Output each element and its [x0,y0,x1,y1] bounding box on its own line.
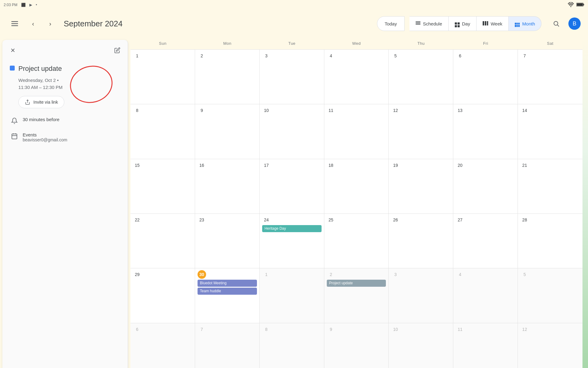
user-avatar[interactable]: B [568,17,581,30]
day-number[interactable]: 1 [262,270,271,279]
calendar-cell[interactable]: 29 [130,268,195,323]
calendar-cell[interactable]: 2Project update [324,268,389,323]
calendar-cell[interactable]: 10 [389,323,453,368]
day-number[interactable]: 6 [456,52,464,60]
calendar-cell[interactable]: 27 [453,214,518,268]
day-number[interactable]: 18 [327,161,335,170]
calendar-cell[interactable]: 7 [195,323,260,368]
day-number[interactable]: 3 [391,270,400,279]
calendar-cell[interactable]: 30Bluedot MeetingTeam huddle [195,268,260,323]
day-number[interactable]: 15 [133,161,141,170]
calendar-cell[interactable]: 9 [195,104,260,159]
day-number[interactable]: 8 [262,325,271,334]
day-number[interactable]: 9 [198,106,206,115]
schedule-button[interactable]: Schedule [409,16,449,31]
day-number[interactable]: 17 [262,161,271,170]
panel-edit-button[interactable] [111,44,123,56]
day-number[interactable]: 4 [456,270,464,279]
day-button[interactable]: Day [449,16,477,31]
day-number[interactable]: 10 [391,325,400,334]
day-number[interactable]: 5 [520,270,529,279]
day-number[interactable]: 12 [391,106,400,115]
day-number[interactable]: 2 [198,52,206,60]
calendar-cell[interactable]: 5 [389,50,453,104]
month-button[interactable]: Month [509,16,541,31]
calendar-cell[interactable]: 24Heritage Day [260,214,324,268]
invite-link-button[interactable]: Invite via link [18,96,64,108]
day-number[interactable]: 8 [133,106,141,115]
calendar-cell[interactable]: 12 [389,104,453,159]
day-number[interactable]: 7 [520,52,529,60]
calendar-cell[interactable]: 1 [260,268,324,323]
day-number[interactable]: 9 [327,325,335,334]
calendar-cell[interactable]: 6 [130,323,195,368]
prev-month-button[interactable]: ‹ [27,17,39,30]
day-number[interactable]: 12 [520,325,529,334]
day-number[interactable]: 16 [198,161,206,170]
calendar-cell[interactable]: 16 [195,159,260,213]
day-number[interactable]: 7 [198,325,206,334]
day-number[interactable]: 24 [262,216,271,224]
day-number[interactable]: 2 [327,270,335,279]
day-number[interactable]: 5 [391,52,400,60]
day-number[interactable]: 13 [456,106,464,115]
calendar-cell[interactable]: 9 [324,323,389,368]
day-number[interactable]: 28 [520,216,529,224]
day-number[interactable]: 30 [198,270,206,279]
calendar-cell[interactable]: 20 [453,159,518,213]
calendar-cell[interactable]: 22 [130,214,195,268]
next-month-button[interactable]: › [44,17,56,30]
day-number[interactable]: 1 [133,52,141,60]
calendar-cell[interactable]: 26 [389,214,453,268]
calendar-cell[interactable]: 1 [130,50,195,104]
calendar-cell[interactable]: 17 [260,159,324,213]
day-number[interactable]: 22 [133,216,141,224]
calendar-cell[interactable]: 7 [518,50,582,104]
calendar-cell[interactable]: 3 [260,50,324,104]
calendar-cell[interactable]: 19 [389,159,453,213]
day-number[interactable]: 23 [198,216,206,224]
calendar-cell[interactable]: 13 [453,104,518,159]
calendar-cell[interactable]: 28 [518,214,582,268]
day-number[interactable]: 25 [327,216,335,224]
search-button[interactable] [549,16,564,31]
calendar-cell[interactable]: 10 [260,104,324,159]
calendar-cell[interactable]: 6 [453,50,518,104]
today-button[interactable]: Today [377,16,405,31]
calendar-cell[interactable]: 21 [518,159,582,213]
day-number[interactable]: 4 [327,52,335,60]
day-number[interactable]: 27 [456,216,464,224]
calendar-cell[interactable]: 3 [389,268,453,323]
day-number[interactable]: 10 [262,106,271,115]
calendar-cell[interactable]: 4 [324,50,389,104]
calendar-cell[interactable]: 18 [324,159,389,213]
event-chip[interactable]: Project update [327,280,386,287]
day-number[interactable]: 20 [456,161,464,170]
calendar-cell[interactable]: 5 [518,268,582,323]
event-chip[interactable]: Bluedot Meeting [198,280,257,287]
calendar-cell[interactable]: 11 [324,104,389,159]
calendar-cell[interactable]: 14 [518,104,582,159]
calendar-cell[interactable]: 2 [195,50,260,104]
day-number[interactable]: 14 [520,106,529,115]
day-number[interactable]: 3 [262,52,271,60]
calendar-cell[interactable]: 15 [130,159,195,213]
event-chip[interactable]: Heritage Day [262,225,322,232]
calendar-cell[interactable]: 25 [324,214,389,268]
event-chip[interactable]: Team huddle [198,288,257,295]
day-number[interactable]: 6 [133,325,141,334]
calendar-cell[interactable]: 8 [260,323,324,368]
day-number[interactable]: 26 [391,216,400,224]
calendar-cell[interactable]: 23 [195,214,260,268]
calendar-cell[interactable]: 8 [130,104,195,159]
day-number[interactable]: 11 [327,106,335,115]
menu-button[interactable] [7,16,22,31]
day-number[interactable]: 21 [520,161,529,170]
day-number[interactable]: 11 [456,325,464,334]
calendar-cell[interactable]: 4 [453,268,518,323]
day-number[interactable]: 29 [133,270,141,279]
panel-close-button[interactable] [7,44,19,56]
day-number[interactable]: 19 [391,161,400,170]
calendar-cell[interactable]: 11 [453,323,518,368]
calendar-cell[interactable]: 12 [518,323,582,368]
